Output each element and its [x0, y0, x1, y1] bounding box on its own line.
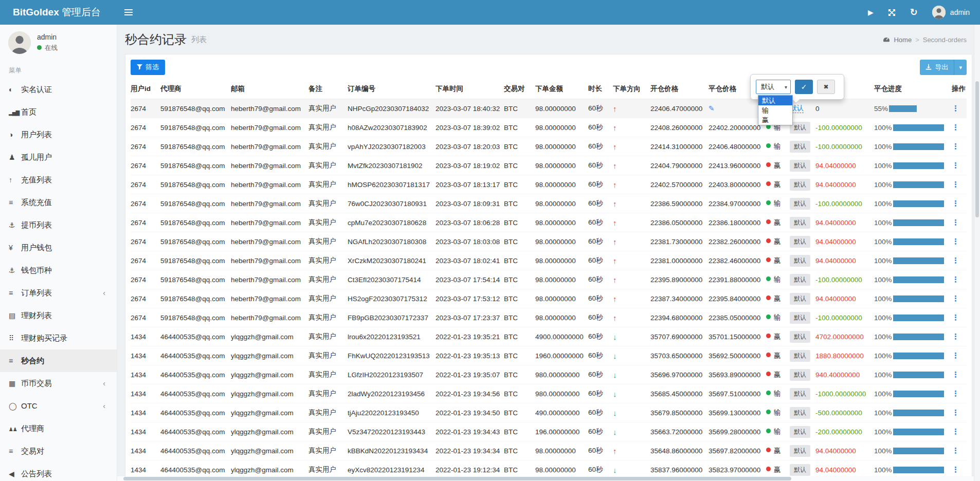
cell-note: 真实用户 — [308, 156, 348, 175]
row-actions-icon[interactable]: ⋮ — [952, 294, 959, 303]
table-row: 1434464400535@qq.comylqggzh@gmail.com真实用… — [131, 327, 967, 346]
cell-close-price: 22382.46000000 — [709, 251, 766, 270]
cell-pair: BTC — [504, 175, 535, 194]
sidebar-item-withdraw-list[interactable]: ⚓提币列表 — [0, 214, 117, 236]
profit-value: 94.04000000 — [815, 219, 856, 227]
sidebar-item-second-contract[interactable]: ≡秒合约 — [0, 349, 117, 372]
progress-bar — [893, 162, 944, 169]
refresh-icon[interactable]: ↻ — [910, 7, 918, 18]
close-icon: ✖ — [823, 83, 828, 90]
row-actions-icon[interactable]: ⋮ — [952, 313, 959, 322]
sidebar-item-recharge-list[interactable]: ↑充值列表 — [0, 169, 117, 191]
column-header-6: 交易对 — [504, 79, 535, 99]
row-actions-icon[interactable]: ⋮ — [952, 123, 959, 132]
sidebar-item-system-recharge[interactable]: ≡系统充值 — [0, 191, 117, 214]
row-actions-icon[interactable]: ⋮ — [952, 427, 959, 436]
result-label: 赢 — [774, 447, 781, 454]
cell-open-price: 22408.26000000 — [650, 118, 709, 137]
sidebar-item-wallet-coins[interactable]: ⚓钱包币种 — [0, 259, 117, 282]
row-actions-icon[interactable]: ⋮ — [952, 104, 959, 113]
sidebar-item-user-list[interactable]: ◑用户列表 — [0, 123, 117, 146]
row-actions-icon[interactable]: ⋮ — [952, 332, 959, 341]
cell-order-no: MvtZfk20230307181902 — [348, 156, 435, 175]
row-actions-icon[interactable]: ⋮ — [952, 237, 959, 246]
cell-agent: 464400535@qq.com — [160, 327, 231, 346]
table-panel: 筛选 导出 ▾ 用户id代理商邮箱备注订单编号下单时间交易对下单金额时长下单方向… — [125, 54, 972, 481]
yen-icon: ¥ — [9, 236, 21, 259]
sidebar-item-finance-list[interactable]: ▤理财列表 — [0, 304, 117, 327]
row-actions-icon[interactable]: ⋮ — [952, 218, 959, 227]
row-actions-icon[interactable]: ⋮ — [952, 446, 959, 455]
sidebar-item-orphan-users[interactable]: ♟孤儿用户 — [0, 146, 117, 169]
cell-progress: 100% — [874, 403, 952, 422]
row-actions-icon[interactable]: ⋮ — [952, 351, 959, 360]
export-button[interactable]: 导出 — [920, 60, 954, 75]
breadcrumb-home[interactable]: Home — [894, 36, 912, 44]
fullscreen-icon[interactable] — [888, 9, 896, 16]
sidebar-item-announcements[interactable]: ◀公告列表 — [0, 462, 117, 481]
direction-up-icon: ↑ — [613, 142, 617, 151]
row-actions-icon[interactable]: ⋮ — [952, 256, 959, 265]
progress-bar — [893, 181, 944, 188]
cell-close-price: 35699.28000000 — [709, 422, 766, 441]
sidebar-item-user-wallet[interactable]: ¥用户钱包 — [0, 236, 117, 259]
row-actions-icon[interactable]: ⋮ — [952, 161, 959, 170]
cell-result: 输 — [766, 137, 790, 156]
app-logo[interactable]: BitGoldex 管理后台 — [0, 6, 117, 19]
cell-progress: 100% — [874, 137, 952, 156]
confirm-button[interactable]: ✓ — [795, 80, 813, 94]
progress-percent: 100% — [874, 257, 892, 265]
row-actions-icon[interactable]: ⋮ — [952, 180, 959, 189]
control-select[interactable]: 默认 ▾ — [756, 80, 791, 94]
cell-pair: BTC — [504, 270, 535, 289]
sidebar-item-real-name-auth[interactable]: ◐实名认证 — [0, 78, 117, 101]
export-dropdown-button[interactable]: ▾ — [954, 60, 967, 75]
cell-amount: 98.00000000 — [535, 175, 588, 194]
cancel-button[interactable]: ✖ — [817, 80, 835, 94]
cell-email: heberth79@gmail.com — [231, 156, 308, 175]
vertical-scrollbar[interactable] — [974, 25, 980, 481]
sidebar-item-agents[interactable]: ♟♟代理商 — [0, 417, 117, 440]
dropdown-option[interactable]: 赢 — [758, 115, 792, 125]
row-actions-icon[interactable]: ⋮ — [952, 142, 959, 151]
cell-control: 默认 — [790, 403, 815, 422]
sidebar-item-finance-purchases[interactable]: ⠿理财购买记录 — [0, 327, 117, 349]
cell-user-id: 1434 — [131, 346, 160, 365]
user-menu[interactable]: admin — [932, 6, 970, 19]
row-actions-icon[interactable]: ⋮ — [952, 389, 959, 398]
horizontal-scrollbar-thumb[interactable] — [123, 477, 791, 480]
dropdown-option[interactable]: 默认 — [758, 96, 792, 105]
sidebar-item-otc[interactable]: ◯OTC‹ — [0, 395, 117, 417]
row-actions-icon[interactable]: ⋮ — [952, 275, 959, 284]
cell-amount: 98.00000000 — [535, 270, 588, 289]
row-actions-icon[interactable]: ⋮ — [952, 199, 959, 208]
column-header-1: 代理商 — [160, 79, 231, 99]
dropdown-option[interactable]: 输 — [758, 105, 792, 115]
direction-up-icon: ↑ — [613, 180, 617, 189]
profit-value: 1880.80000000 — [815, 352, 864, 360]
progress-percent: 100% — [874, 314, 892, 322]
cell-close-price: 22391.88000000 — [709, 270, 766, 289]
cell-order-no: tjAju220220123193450 — [348, 403, 435, 422]
win-dot-icon — [766, 448, 771, 452]
row-actions-icon[interactable]: ⋮ — [952, 408, 959, 417]
cell-direction: ↑ — [613, 194, 650, 213]
filter-button[interactable]: 筛选 — [131, 60, 165, 75]
column-header-8: 时长 — [588, 79, 613, 99]
row-actions-icon[interactable]: ⋮ — [952, 370, 959, 379]
horizontal-scrollbar[interactable] — [117, 476, 974, 481]
cell-email: heberth79@gmail.com — [231, 175, 308, 194]
vertical-scrollbar-thumb[interactable] — [975, 81, 979, 217]
sidebar-item-coin-trade[interactable]: ▦币币交易‹ — [0, 372, 117, 395]
row-actions-icon[interactable]: ⋮ — [952, 465, 959, 474]
cell-action: ⋮ — [952, 441, 967, 460]
edit-pencil-icon[interactable]: ✎ — [709, 104, 715, 113]
play-icon[interactable]: ▶ — [868, 8, 874, 16]
result-label: 赢 — [774, 351, 781, 359]
sidebar-item-home[interactable]: ▂▅▇首页 — [0, 101, 117, 123]
sidebar-item-order-list[interactable]: ≡订单列表‹ — [0, 282, 117, 304]
sidebar-item-trade-pairs[interactable]: ≡交易对 — [0, 440, 117, 462]
cell-open-price: 22381.00000000 — [650, 251, 709, 270]
sidebar-toggle-icon[interactable] — [117, 0, 138, 25]
cell-control: 默认 — [790, 137, 815, 156]
